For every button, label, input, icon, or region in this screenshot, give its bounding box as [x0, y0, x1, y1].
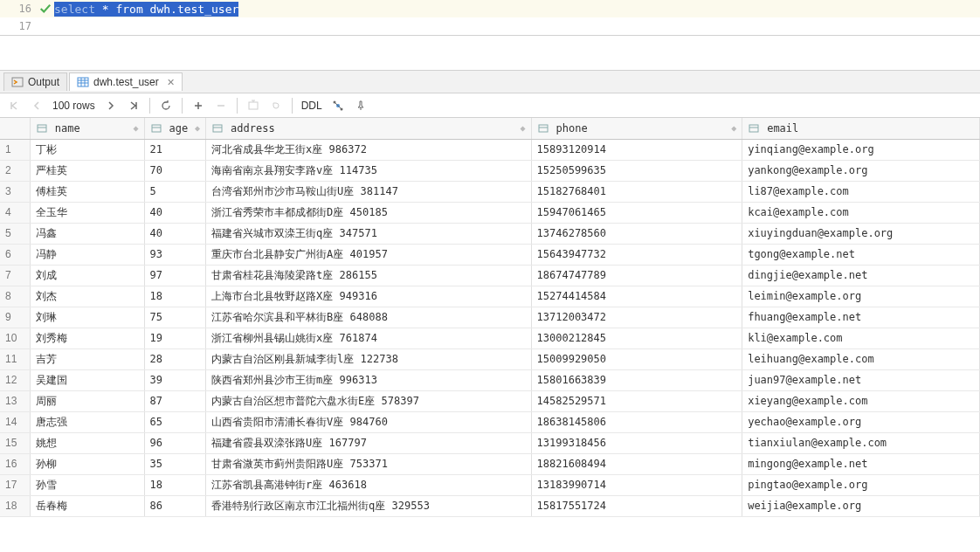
cell-address[interactable]: 福建省霞县双滦张路U座 167797: [206, 432, 531, 453]
cell-age[interactable]: 70: [144, 160, 205, 181]
cell-name[interactable]: 刘秀梅: [30, 328, 144, 348]
cell-address[interactable]: 上海市台北县牧野赵路X座 949316: [206, 286, 531, 307]
cell-address[interactable]: 香港特别行政区南京市江北福州街q座 329553: [206, 495, 531, 516]
table-row[interactable]: 8刘杰18上海市台北县牧野赵路X座 94931615274414584leimi…: [0, 286, 980, 307]
cell-address[interactable]: 陕西省郑州县沙市王街m座 996313: [206, 369, 531, 390]
add-row-button[interactable]: [188, 96, 209, 115]
cell-address[interactable]: 台湾省郑州市沙市马鞍山街U座 381147: [206, 181, 531, 202]
table-row[interactable]: 10刘秀梅19浙江省柳州县锡山姚街x座 76187413000212845kli…: [0, 328, 980, 348]
cell-email[interactable]: yankong@example.org: [742, 160, 980, 181]
cell-age[interactable]: 18: [144, 474, 205, 495]
cell-email[interactable]: yechao@example.org: [742, 411, 980, 432]
cell-address[interactable]: 江苏省哈尔滨县和平林街B座 648088: [206, 307, 531, 328]
table-row[interactable]: 12吴建国39陕西省郑州县沙市王街m座 99631315801663839jua…: [0, 369, 980, 390]
reload-button[interactable]: [155, 96, 176, 115]
cell-phone[interactable]: 13746278560: [531, 223, 742, 244]
cell-name[interactable]: 冯静: [30, 244, 144, 265]
cell-name[interactable]: 严桂英: [30, 160, 144, 181]
cell-age[interactable]: 86: [144, 495, 205, 516]
cell-phone[interactable]: 18674747789: [531, 265, 742, 286]
cell-name[interactable]: 刘成: [30, 265, 144, 286]
commit-button[interactable]: [243, 96, 264, 115]
cell-age[interactable]: 18: [144, 286, 205, 307]
cell-address[interactable]: 内蒙古自治区想市普陀六盘水街E座 578397: [206, 390, 531, 411]
cell-email[interactable]: tianxiulan@example.com: [742, 432, 980, 453]
table-row[interactable]: 5冯鑫40福建省兴城市双滦王街q座 34757113746278560xiuyi…: [0, 223, 980, 244]
column-header-email[interactable]: email: [742, 118, 980, 139]
cell-email[interactable]: leimin@example.org: [742, 286, 980, 307]
cell-name[interactable]: 孙柳: [30, 453, 144, 474]
cell-phone[interactable]: 15947061465: [531, 202, 742, 223]
cell-phone[interactable]: 13199318456: [531, 432, 742, 453]
cell-name[interactable]: 冯鑫: [30, 223, 144, 244]
cell-address[interactable]: 山西省贵阳市清浦长春街V座 984760: [206, 411, 531, 432]
sql-editor[interactable]: 16 select * from dwh.test_user 17: [0, 0, 980, 36]
pin-button[interactable]: [350, 96, 371, 115]
cell-phone[interactable]: 15643947732: [531, 244, 742, 265]
cell-email[interactable]: li87@example.com: [742, 181, 980, 202]
cell-email[interactable]: dingjie@example.net: [742, 265, 980, 286]
cell-name[interactable]: 姚想: [30, 432, 144, 453]
close-icon[interactable]: ✕: [167, 77, 175, 88]
cell-age[interactable]: 75: [144, 307, 205, 328]
table-row[interactable]: 2严桂英70海南省南京县翔安李路v座 11473515250599635yank…: [0, 160, 980, 181]
cell-age[interactable]: 40: [144, 202, 205, 223]
column-header-age[interactable]: age◆: [144, 118, 205, 139]
cell-phone[interactable]: 15817551724: [531, 495, 742, 516]
cell-age[interactable]: 97: [144, 265, 205, 286]
column-header-address[interactable]: address◆: [206, 118, 531, 139]
table-row[interactable]: 14唐志强65山西省贵阳市清浦长春街V座 98476018638145806ye…: [0, 411, 980, 432]
cell-age[interactable]: 93: [144, 244, 205, 265]
cell-age[interactable]: 39: [144, 369, 205, 390]
table-row[interactable]: 15姚想96福建省霞县双滦张路U座 16779713199318456tianx…: [0, 432, 980, 453]
last-page-button[interactable]: [123, 96, 144, 115]
cell-name[interactable]: 吴建国: [30, 369, 144, 390]
cell-email[interactable]: xiuyingduan@example.org: [742, 223, 980, 244]
cell-name[interactable]: 傅桂英: [30, 181, 144, 202]
cell-name[interactable]: 周丽: [30, 390, 144, 411]
cell-email[interactable]: kcai@example.com: [742, 202, 980, 223]
rollback-button[interactable]: [266, 96, 286, 115]
table-row[interactable]: 7刘成97甘肃省桂花县海陵梁路t座 28615518674747789dingj…: [0, 265, 980, 286]
cell-name[interactable]: 孙雪: [30, 474, 144, 495]
cell-phone[interactable]: 13000212845: [531, 328, 742, 348]
cell-address[interactable]: 江苏省凯县高港钟街r座 463618: [206, 474, 531, 495]
cell-address[interactable]: 甘肃省溦英市蓟州贵阳路U座 753371: [206, 453, 531, 474]
cell-phone[interactable]: 13712003472: [531, 307, 742, 328]
cell-address[interactable]: 甘肃省桂花县海陵梁路t座 286155: [206, 265, 531, 286]
cell-email[interactable]: yinqiang@example.org: [742, 139, 980, 160]
cell-name[interactable]: 刘琳: [30, 307, 144, 328]
table-row[interactable]: 17孙雪18江苏省凯县高港钟街r座 46361813183990714pingt…: [0, 474, 980, 495]
column-header-name[interactable]: name◆: [30, 118, 144, 139]
table-row[interactable]: 18岳春梅86香港特别行政区南京市江北福州街q座 329553158175517…: [0, 495, 980, 516]
remove-row-button[interactable]: [210, 96, 231, 115]
cell-address[interactable]: 浙江省柳州县锡山姚街x座 761874: [206, 328, 531, 348]
cell-age[interactable]: 21: [144, 139, 205, 160]
first-page-button[interactable]: [3, 96, 24, 115]
cell-age[interactable]: 40: [144, 223, 205, 244]
cell-phone[interactable]: 15182768401: [531, 181, 742, 202]
cell-age[interactable]: 5: [144, 181, 205, 202]
rows-count[interactable]: 100 rows: [49, 100, 99, 112]
sql-statement[interactable]: select * from dwh.test_user: [54, 3, 238, 16]
table-row[interactable]: 6冯静93重庆市台北县静安广州街A座 40195715643947732tgon…: [0, 244, 980, 265]
cell-address[interactable]: 重庆市台北县静安广州街A座 401957: [206, 244, 531, 265]
cell-phone[interactable]: 15009929050: [531, 348, 742, 369]
prev-page-button[interactable]: [26, 96, 47, 115]
cell-address[interactable]: 海南省南京县翔安李路v座 114735: [206, 160, 531, 181]
cell-email[interactable]: mingong@example.net: [742, 453, 980, 474]
cell-age[interactable]: 35: [144, 453, 205, 474]
cell-age[interactable]: 87: [144, 390, 205, 411]
cell-phone[interactable]: 18638145806: [531, 411, 742, 432]
cell-address[interactable]: 河北省成县华龙王街x座 986372: [206, 139, 531, 160]
view-settings-button[interactable]: [328, 96, 349, 115]
table-row[interactable]: 1丁彬21河北省成县华龙王街x座 98637215893120914yinqia…: [0, 139, 980, 160]
table-row[interactable]: 16孙柳35甘肃省溦英市蓟州贵阳路U座 75337118821608494min…: [0, 453, 980, 474]
cell-email[interactable]: weijia@example.org: [742, 495, 980, 516]
cell-age[interactable]: 19: [144, 328, 205, 348]
cell-phone[interactable]: 14582529571: [531, 390, 742, 411]
cell-phone[interactable]: 15274414584: [531, 286, 742, 307]
cell-phone[interactable]: 18821608494: [531, 453, 742, 474]
table-row[interactable]: 9刘琳75江苏省哈尔滨县和平林街B座 64808813712003472fhua…: [0, 307, 980, 328]
cell-email[interactable]: leihuang@example.com: [742, 348, 980, 369]
